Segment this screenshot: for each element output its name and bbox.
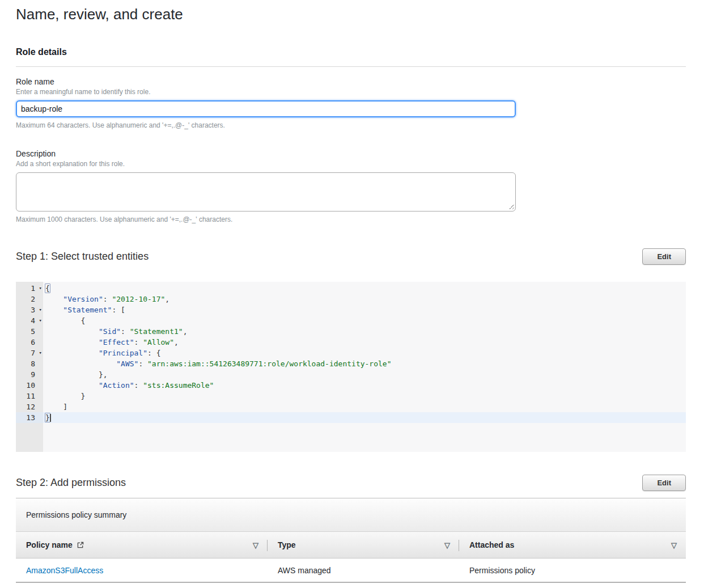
- fold-arrow-icon[interactable]: ▾: [39, 283, 42, 294]
- step2-title: Step 2: Add permissions: [16, 477, 126, 489]
- editor-lines: 1▾{2 "Version": "2012-10-17",3▾ "Stateme…: [16, 282, 686, 423]
- line-number: 7▾: [16, 348, 43, 358]
- description-help: Add a short explanation for this role.: [16, 160, 686, 168]
- description-label: Description: [16, 149, 686, 158]
- permissions-panel: Permissions policy summary Policy name ▽…: [16, 498, 686, 583]
- editor-line: 3▾ "Statement": [: [16, 304, 686, 315]
- code-line[interactable]: "Action": "sts:AssumeRole": [43, 380, 686, 391]
- policy-name-header-label: Policy name: [26, 540, 73, 549]
- column-header-attached-as[interactable]: Attached as ▽: [459, 532, 686, 558]
- code-line[interactable]: ]: [43, 401, 686, 412]
- text-caret: [50, 414, 51, 422]
- table-row: AmazonS3FullAccess AWS managed Permissio…: [16, 559, 686, 583]
- code-line[interactable]: "Sid": "Statement1",: [43, 326, 686, 337]
- fold-arrow-icon[interactable]: ▾: [39, 315, 42, 326]
- code-line[interactable]: {: [43, 315, 686, 326]
- fold-arrow-icon[interactable]: ▾: [39, 304, 42, 315]
- line-number: 2: [16, 294, 43, 304]
- editor-line: 12 ]: [16, 401, 686, 412]
- editor-line: 2 "Version": "2012-10-17",: [16, 294, 686, 304]
- role-name-input[interactable]: [16, 100, 516, 117]
- code-line[interactable]: }: [43, 391, 686, 401]
- role-name-help: Enter a meaningful name to identify this…: [16, 88, 686, 96]
- column-header-type[interactable]: Type ▽: [268, 532, 459, 558]
- editor-line: 7▾ "Principal": {: [16, 348, 686, 358]
- code-line[interactable]: "Effect": "Allow",: [43, 337, 686, 348]
- editor-line: 6 "Effect": "Allow",: [16, 337, 686, 348]
- description-hint: Maximum 1000 characters. Use alphanumeri…: [16, 215, 686, 223]
- line-number: 3▾: [16, 304, 43, 315]
- line-number: 5: [16, 326, 43, 337]
- role-name-field: Role name Enter a meaningful name to ide…: [16, 77, 686, 129]
- step1-header: Step 1: Select trusted entities Edit: [16, 248, 686, 265]
- editor-line: 10 "Action": "sts:AssumeRole": [16, 380, 686, 391]
- line-number: 12: [16, 401, 43, 412]
- fold-arrow-icon[interactable]: ▾: [39, 348, 42, 358]
- description-field: Description Add a short explanation for …: [16, 149, 686, 223]
- description-textarea[interactable]: [16, 172, 516, 211]
- attached-as-cell: Permissions policy: [459, 566, 686, 575]
- policy-type-cell: AWS managed: [268, 566, 459, 575]
- line-number: 10: [16, 380, 43, 391]
- line-number: 11: [16, 391, 43, 401]
- line-number: 4▾: [16, 315, 43, 326]
- line-number: 8: [16, 358, 43, 369]
- editor-line: 9 },: [16, 369, 686, 380]
- step1-edit-button[interactable]: Edit: [642, 248, 686, 265]
- external-link-icon: [77, 541, 84, 549]
- code-line[interactable]: {: [43, 283, 686, 294]
- type-header-label: Type: [278, 540, 296, 549]
- filter-policy-name-icon[interactable]: ▽: [253, 541, 258, 549]
- filter-attached-as-icon[interactable]: ▽: [671, 541, 677, 549]
- section-divider: [16, 66, 686, 67]
- step1-title: Step 1: Select trusted entities: [16, 251, 149, 263]
- page: Name, review, and create Role details Ro…: [0, 0, 704, 588]
- code-line[interactable]: "Statement": [: [43, 304, 686, 315]
- code-line[interactable]: "Principal": {: [43, 348, 686, 358]
- editor-line: 1▾{: [16, 283, 686, 294]
- line-number: 9: [16, 369, 43, 380]
- code-line[interactable]: },: [43, 369, 686, 380]
- resize-grip-icon[interactable]: [509, 204, 514, 209]
- editor-line: 8 "AWS": "arn:aws:iam::541263489771:role…: [16, 358, 686, 369]
- permissions-panel-title: Permissions policy summary: [16, 498, 686, 531]
- code-line[interactable]: }: [43, 412, 686, 423]
- editor-line: 11 }: [16, 391, 686, 401]
- editor-line: 5 "Sid": "Statement1",: [16, 326, 686, 337]
- line-number: 6: [16, 337, 43, 348]
- policy-name-cell: AmazonS3FullAccess: [16, 566, 268, 575]
- step2-edit-button[interactable]: Edit: [642, 475, 686, 491]
- policy-name-link[interactable]: AmazonS3FullAccess: [26, 566, 103, 575]
- code-line[interactable]: "AWS": "arn:aws:iam::541263489771:role/w…: [43, 358, 686, 369]
- filter-type-icon[interactable]: ▽: [444, 541, 450, 549]
- column-header-policy-name[interactable]: Policy name ▽: [16, 532, 268, 558]
- page-title: Name, review, and create: [16, 6, 686, 23]
- code-line[interactable]: "Version": "2012-10-17",: [43, 294, 686, 304]
- editor-line: 13}: [16, 412, 686, 423]
- policy-table-header: Policy name ▽ Type ▽ Attached as ▽: [16, 531, 686, 559]
- role-details-heading: Role details: [16, 47, 686, 57]
- role-name-label: Role name: [16, 77, 686, 86]
- attached-as-header-label: Attached as: [469, 540, 514, 549]
- trust-policy-editor[interactable]: 1▾{2 "Version": "2012-10-17",3▾ "Stateme…: [16, 282, 686, 452]
- line-number: 13: [16, 412, 43, 423]
- role-name-hint: Maximum 64 characters. Use alphanumeric …: [16, 121, 686, 129]
- editor-line: 4▾ {: [16, 315, 686, 326]
- line-number: 1▾: [16, 283, 43, 294]
- step2-header: Step 2: Add permissions Edit: [16, 475, 686, 491]
